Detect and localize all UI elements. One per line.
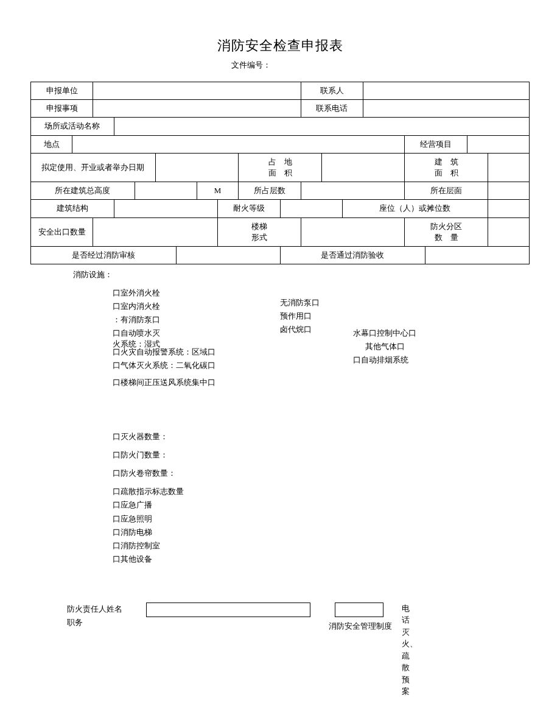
fac-b-1: 预作用口 bbox=[280, 309, 347, 323]
label-seats: 座位（人）或摊位数 bbox=[342, 200, 488, 217]
responsible-person-field[interactable] bbox=[146, 603, 310, 617]
field-passed-acceptance[interactable] bbox=[425, 246, 530, 264]
fac-c-0: 水幕口控制中心口 bbox=[353, 327, 438, 340]
field-land-area[interactable] bbox=[321, 153, 405, 182]
label-building-height: 所在建筑总高度 bbox=[31, 182, 135, 200]
field-exit-count[interactable] bbox=[93, 217, 218, 246]
fac-a-0: 口室外消火栓 bbox=[113, 286, 271, 300]
field-address[interactable] bbox=[72, 135, 405, 153]
field-contact-person[interactable] bbox=[363, 82, 530, 100]
field-fire-grade[interactable] bbox=[280, 200, 342, 217]
label-address: 地点 bbox=[31, 135, 72, 153]
fac-a-2: ：有消防泵口 bbox=[113, 313, 271, 327]
label-structure: 建筑结构 bbox=[31, 200, 114, 217]
label-planned-date: 拟定使用、开业或者举办日期 bbox=[31, 153, 156, 182]
label-business-item: 经营项目 bbox=[405, 135, 467, 153]
label-passed-acceptance: 是否通过消防验收 bbox=[280, 246, 425, 264]
label-exit-count: 安全出口数量 bbox=[31, 217, 93, 246]
field-fire-zone[interactable] bbox=[488, 217, 529, 246]
field-planned-date[interactable] bbox=[155, 153, 239, 182]
field-seats[interactable] bbox=[488, 200, 529, 217]
list2-0: 口灭火器数量： bbox=[113, 430, 530, 444]
label-passed-review: 是否经过消防审核 bbox=[31, 246, 177, 264]
mgmt-system-label: 消防安全管理制度 bbox=[329, 621, 392, 632]
facilities-col-c: 水幕口控制中心口 其他气体口 口自动排烟系统 bbox=[353, 327, 438, 367]
bottom-area: 防火责任人姓名 职务 消防安全管理制度 电话 灭火、疏散预案 bbox=[30, 603, 530, 682]
label-height-unit: M bbox=[197, 182, 239, 200]
label-fire-zone: 防火分区 数 量 bbox=[405, 217, 488, 246]
list2-7: 口消防电梯 bbox=[113, 526, 530, 539]
fac-b-0: 无消防泵口 bbox=[280, 296, 347, 309]
label-stair-type: 楼梯 形式 bbox=[218, 217, 301, 246]
field-building-area[interactable] bbox=[488, 153, 529, 182]
list2-2: 口防火卷帘数量： bbox=[113, 467, 530, 480]
label-land-area: 占 地 面 积 bbox=[239, 153, 322, 182]
form-title: 消防安全检查申报表 bbox=[30, 37, 530, 55]
field-application-item[interactable] bbox=[93, 100, 301, 118]
field-floor-level[interactable] bbox=[488, 182, 529, 200]
side-vertical-label: 电话 灭火、疏散预案 bbox=[402, 603, 413, 698]
field-building-height[interactable] bbox=[135, 182, 197, 200]
list2-6: 口应急照明 bbox=[113, 512, 530, 526]
facilities-area: 口室外消火栓 口室内消火栓 ：有消防泵口 口自动喷水灭 火系统：湿式 口火灾自动… bbox=[30, 284, 530, 406]
fac-a-6: 口气体灭火系统：二氧化碳口 bbox=[113, 359, 271, 372]
list2-10: 口其他设备 bbox=[113, 553, 530, 566]
label-fire-grade: 耐火等级 bbox=[218, 200, 280, 217]
main-form-table: 申报单位 联系人 申报事项 联系电话 场所或活动名称 地点 经营项目 拟定使用、… bbox=[30, 82, 530, 264]
field-structure[interactable] bbox=[114, 200, 218, 217]
list2-3: 口疏散指示标志数量 bbox=[113, 485, 530, 498]
mgmt-field[interactable] bbox=[335, 603, 383, 617]
fac-a-1: 口室内消火栓 bbox=[113, 300, 271, 313]
label-contact-person: 联系人 bbox=[301, 82, 363, 100]
fac-c-2: 口自动排烟系统 bbox=[353, 353, 438, 367]
facilities-col-a: 口室外消火栓 口室内消火栓 ：有消防泵口 口自动喷水灭 火系统：湿式 口火灾自动… bbox=[113, 286, 271, 389]
label-contact-phone: 联系电话 bbox=[301, 100, 363, 118]
label-floor-level: 所在层面 bbox=[405, 182, 488, 200]
fac-a-7: 口楼梯间正压送风系统集中口 bbox=[113, 376, 271, 389]
list2-1: 口防火门数量： bbox=[113, 448, 530, 462]
fac-c-1: 其他气体口 bbox=[365, 340, 438, 353]
field-contact-phone[interactable] bbox=[363, 100, 530, 118]
field-stair-type[interactable] bbox=[301, 217, 405, 246]
responsible-person-label: 防火责任人姓名 职务 bbox=[67, 603, 122, 629]
doc-number-label: 文件编号： bbox=[231, 60, 530, 71]
fac-a-5: 口火灾自动报警系统：区域口 bbox=[113, 345, 271, 359]
label-applicant-unit: 申报单位 bbox=[31, 82, 93, 100]
label-occupied-floors: 所占层数 bbox=[239, 182, 301, 200]
field-venue-name[interactable] bbox=[114, 118, 530, 135]
label-application-item: 申报事项 bbox=[31, 100, 93, 118]
field-passed-review[interactable] bbox=[176, 246, 280, 264]
fac-b-3: 卤代烷口 bbox=[280, 323, 347, 336]
facilities-list-2: 口灭火器数量： 口防火门数量： 口防火卷帘数量： 口疏散指示标志数量 口应急广播… bbox=[30, 430, 530, 566]
field-occupied-floors[interactable] bbox=[301, 182, 405, 200]
field-applicant-unit[interactable] bbox=[93, 82, 301, 100]
label-venue-name: 场所或活动名称 bbox=[31, 118, 114, 135]
label-building-area: 建 筑 面 积 bbox=[405, 153, 488, 182]
facilities-section-label: 消防设施： bbox=[30, 269, 530, 280]
field-business-item[interactable] bbox=[467, 135, 529, 153]
list2-9: 口消防控制室 bbox=[113, 539, 530, 553]
list2-4: 口应急广播 bbox=[113, 498, 530, 512]
facilities-col-b: 无消防泵口 预作用口 卤代烷口 bbox=[280, 296, 347, 336]
